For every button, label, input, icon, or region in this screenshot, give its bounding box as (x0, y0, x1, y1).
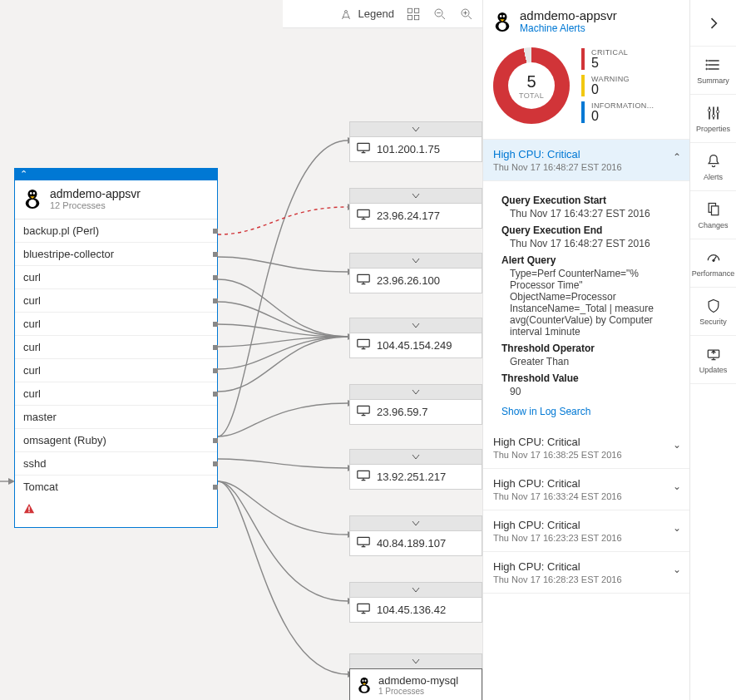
chevron-right-icon (705, 15, 722, 32)
process-item[interactable]: curl (15, 289, 217, 313)
process-item[interactable]: curl (15, 266, 217, 289)
alert-title: High CPU: Critical (493, 560, 679, 573)
process-item[interactable]: curl (15, 313, 217, 336)
target-node[interactable]: 104.45.136.42 (349, 582, 482, 623)
svg-point-41 (503, 15, 505, 17)
chevron-down-icon: ⌄ (673, 481, 681, 492)
svg-rect-49 (711, 205, 718, 214)
target-collapse[interactable] (349, 384, 482, 399)
details-title: admdemo-appsvr (520, 8, 617, 22)
target-label: 23.96.59.7 (377, 406, 427, 418)
process-item[interactable]: omsagent (Ruby) (15, 429, 217, 452)
alert-item[interactable]: High CPU: Critical Thu Nov 17 16:33:24 E… (483, 469, 689, 510)
side-tab-properties[interactable]: Properties (690, 95, 736, 143)
target-node[interactable]: 23.96.26.100 (349, 253, 482, 293)
process-item[interactable]: Tomcat (15, 476, 217, 498)
alert-time: Thu Nov 17 16:33:24 EST 2016 (493, 491, 679, 501)
monitor-icon (357, 405, 370, 419)
side-tab-updates[interactable]: Updates (690, 336, 736, 384)
alert-item[interactable]: High CPU: Critical Thu Nov 17 16:23:23 E… (483, 510, 689, 552)
side-tab-security[interactable]: Security (690, 288, 736, 336)
chevron-down-icon: ⌄ (673, 564, 681, 575)
side-tab-performance[interactable]: Performance (690, 239, 736, 288)
documents-icon (705, 201, 722, 218)
target-collapse[interactable] (349, 515, 482, 530)
target-label: 23.96.26.100 (377, 274, 440, 287)
svg-rect-30 (358, 537, 369, 545)
svg-point-0 (344, 10, 347, 12)
svg-point-40 (500, 15, 501, 17)
log-search-link[interactable]: Show in Log Search (501, 406, 678, 417)
process-item[interactable]: sshd (15, 452, 217, 476)
target-node-mysql[interactable]: admdemo-mysql 1 Processes (349, 653, 482, 700)
alert-time: Thu Nov 17 16:23:23 EST 2016 (493, 533, 679, 543)
monitor-icon (357, 209, 370, 223)
process-item[interactable]: curl (15, 359, 217, 382)
svg-point-38 (498, 22, 506, 29)
monitor-icon (357, 603, 370, 617)
svg-rect-24 (358, 143, 369, 150)
update-icon (705, 346, 722, 362)
fit-icon (406, 7, 421, 22)
svg-point-43 (705, 64, 707, 66)
chevron-down-icon (412, 389, 420, 396)
side-tabs: Summary Properties Alerts Changes Perfor… (689, 0, 736, 700)
fit-button[interactable] (406, 7, 421, 22)
chevron-down-icon: ⌄ (673, 522, 681, 534)
alert-item[interactable]: High CPU: Critical Thu Nov 17 16:28:23 E… (483, 552, 689, 594)
target-node[interactable]: 23.96.59.7 (349, 384, 482, 425)
bell-icon (705, 153, 722, 170)
legend-button[interactable]: Legend (338, 7, 394, 22)
target-node[interactable]: 13.92.251.217 (349, 449, 482, 490)
process-item[interactable]: curl (15, 382, 217, 406)
target-node[interactable]: 23.96.24.177 (349, 188, 482, 229)
side-tab-summary[interactable]: Summary (690, 47, 736, 95)
alert-item-expanded[interactable]: High CPU: Critical Thu Nov 17 16:48:27 E… (483, 140, 689, 181)
target-node[interactable]: 104.45.154.249 (349, 318, 482, 358)
chevron-down-icon (412, 258, 420, 264)
count-info: INFORMATION...0 (581, 101, 654, 123)
alert-time: Thu Nov 17 16:28:23 EST 2016 (493, 574, 679, 584)
target-collapse[interactable] (349, 653, 482, 668)
count-warning: WARNING0 (581, 75, 654, 96)
chevron-down-icon (412, 323, 420, 329)
side-tab-collapse[interactable] (690, 0, 736, 47)
target-collapse[interactable] (349, 318, 482, 333)
node-header-bar[interactable]: ⌃ (15, 169, 217, 180)
target-collapse[interactable] (349, 449, 482, 464)
chevron-down-icon (412, 658, 420, 665)
linux-icon (493, 11, 511, 32)
svg-point-44 (705, 68, 707, 70)
target-collapse[interactable] (349, 121, 482, 136)
zoom-out-button[interactable] (432, 7, 447, 22)
target-label: 101.200.1.75 (377, 143, 440, 155)
target-label: 23.96.24.177 (377, 210, 440, 222)
legend-label: Legend (358, 7, 394, 20)
side-tab-changes[interactable]: Changes (690, 191, 736, 239)
process-item[interactable]: bluestripe-collector (15, 243, 217, 266)
alert-details: Query Execution Start Thu Nov 17 16:43:2… (483, 181, 689, 427)
zoom-out-icon (432, 7, 447, 22)
target-collapse[interactable] (349, 188, 482, 203)
svg-rect-4 (415, 15, 419, 19)
svg-point-21 (33, 192, 35, 195)
total-label: TOTAL (519, 91, 544, 100)
linux-icon (23, 188, 42, 210)
monitor-icon (357, 338, 370, 352)
zoom-in-button[interactable] (459, 7, 474, 22)
svg-rect-31 (358, 604, 369, 611)
target-collapse[interactable] (349, 582, 482, 597)
gauge-icon (705, 249, 722, 266)
process-item[interactable]: backup.pl (Perl) (15, 219, 217, 243)
process-item[interactable]: curl (15, 336, 217, 359)
target-node[interactable]: 101.200.1.75 (349, 121, 482, 162)
service-map-canvas[interactable]: Legend (0, 0, 482, 700)
target-collapse[interactable] (349, 253, 482, 268)
tab-label: Performance (692, 269, 735, 278)
svg-rect-25 (358, 210, 369, 217)
side-tab-alerts[interactable]: Alerts (690, 143, 736, 191)
alert-item[interactable]: High CPU: Critical Thu Nov 17 16:38:25 E… (483, 427, 689, 469)
target-node[interactable]: 40.84.189.107 (349, 515, 482, 556)
source-machine-node[interactable]: ⌃ admdemo-appsvr 12 Processes backup.pl … (14, 168, 218, 528)
process-item[interactable]: master (15, 406, 217, 429)
